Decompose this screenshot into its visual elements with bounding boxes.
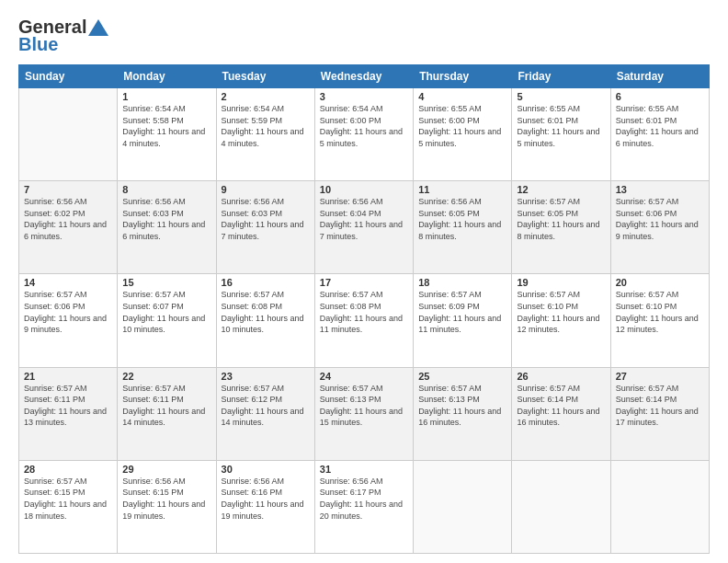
day-info: Sunrise: 6:57 AM Sunset: 6:07 PM Dayligh… [122, 289, 210, 335]
day-number: 11 [418, 184, 506, 195]
day-number: 13 [616, 184, 704, 195]
day-number: 26 [517, 371, 605, 382]
day-info: Sunrise: 6:54 AM Sunset: 5:59 PM Dayligh… [222, 103, 310, 149]
day-number: 14 [24, 277, 112, 288]
calendar-cell: 21Sunrise: 6:57 AM Sunset: 6:11 PM Dayli… [19, 367, 118, 460]
day-info: Sunrise: 6:57 AM Sunset: 6:10 PM Dayligh… [616, 289, 704, 335]
calendar-cell: 30Sunrise: 6:56 AM Sunset: 6:16 PM Dayli… [216, 460, 314, 553]
day-number: 18 [418, 277, 506, 288]
calendar-table: SundayMondayTuesdayWednesdayThursdayFrid… [18, 64, 710, 554]
day-number: 21 [24, 371, 112, 382]
calendar-cell: 29Sunrise: 6:56 AM Sunset: 6:15 PM Dayli… [118, 460, 216, 553]
day-info: Sunrise: 6:57 AM Sunset: 6:05 PM Dayligh… [517, 196, 605, 242]
calendar-cell: 5Sunrise: 6:55 AM Sunset: 6:01 PM Daylig… [512, 88, 610, 181]
day-info: Sunrise: 6:57 AM Sunset: 6:06 PM Dayligh… [616, 196, 704, 242]
week-row-2: 7Sunrise: 6:56 AM Sunset: 6:02 PM Daylig… [19, 181, 710, 274]
day-header-monday: Monday [118, 65, 216, 88]
day-number: 16 [222, 277, 310, 288]
calendar-cell: 10Sunrise: 6:56 AM Sunset: 6:04 PM Dayli… [314, 181, 413, 274]
calendar-cell: 25Sunrise: 6:57 AM Sunset: 6:13 PM Dayli… [414, 367, 512, 460]
day-info: Sunrise: 6:57 AM Sunset: 6:06 PM Dayligh… [24, 289, 112, 335]
day-info: Sunrise: 6:57 AM Sunset: 6:10 PM Dayligh… [517, 289, 605, 335]
day-number: 5 [517, 91, 605, 102]
calendar-cell: 15Sunrise: 6:57 AM Sunset: 6:07 PM Dayli… [118, 274, 216, 367]
day-info: Sunrise: 6:56 AM Sunset: 6:05 PM Dayligh… [418, 196, 506, 242]
calendar-cell: 28Sunrise: 6:57 AM Sunset: 6:15 PM Dayli… [19, 460, 118, 553]
calendar-cell: 13Sunrise: 6:57 AM Sunset: 6:06 PM Dayli… [610, 181, 709, 274]
calendar-cell: 11Sunrise: 6:56 AM Sunset: 6:05 PM Dayli… [414, 181, 512, 274]
day-number: 2 [222, 91, 310, 102]
day-header-tuesday: Tuesday [216, 65, 314, 88]
day-info: Sunrise: 6:56 AM Sunset: 6:15 PM Dayligh… [122, 476, 210, 522]
day-header-thursday: Thursday [414, 65, 512, 88]
day-header-sunday: Sunday [19, 65, 118, 88]
week-row-3: 14Sunrise: 6:57 AM Sunset: 6:06 PM Dayli… [19, 274, 710, 367]
calendar-cell [610, 460, 709, 553]
day-info: Sunrise: 6:56 AM Sunset: 6:03 PM Dayligh… [122, 196, 210, 242]
logo-icon [88, 19, 108, 36]
calendar-cell: 23Sunrise: 6:57 AM Sunset: 6:12 PM Dayli… [216, 367, 314, 460]
day-number: 7 [24, 184, 112, 195]
day-number: 10 [320, 184, 408, 195]
day-info: Sunrise: 6:55 AM Sunset: 6:01 PM Dayligh… [517, 103, 605, 149]
day-header-friday: Friday [512, 65, 610, 88]
day-number: 17 [320, 277, 408, 288]
calendar-cell [512, 460, 610, 553]
calendar-cell: 8Sunrise: 6:56 AM Sunset: 6:03 PM Daylig… [118, 181, 216, 274]
day-info: Sunrise: 6:57 AM Sunset: 6:12 PM Dayligh… [222, 383, 310, 429]
day-number: 24 [320, 371, 408, 382]
day-number: 1 [122, 91, 210, 102]
day-info: Sunrise: 6:57 AM Sunset: 6:14 PM Dayligh… [517, 383, 605, 429]
day-number: 30 [222, 464, 310, 475]
calendar-cell [19, 88, 118, 181]
day-info: Sunrise: 6:57 AM Sunset: 6:14 PM Dayligh… [616, 383, 704, 429]
day-number: 25 [418, 371, 506, 382]
day-info: Sunrise: 6:56 AM Sunset: 6:03 PM Dayligh… [222, 196, 310, 242]
day-number: 3 [320, 91, 408, 102]
calendar-cell: 12Sunrise: 6:57 AM Sunset: 6:05 PM Dayli… [512, 181, 610, 274]
calendar-cell: 31Sunrise: 6:56 AM Sunset: 6:17 PM Dayli… [314, 460, 413, 553]
day-number: 19 [517, 277, 605, 288]
logo: General Blue [18, 17, 108, 55]
day-number: 15 [122, 277, 210, 288]
calendar-cell: 14Sunrise: 6:57 AM Sunset: 6:06 PM Dayli… [19, 274, 118, 367]
day-header-saturday: Saturday [610, 65, 709, 88]
day-info: Sunrise: 6:54 AM Sunset: 5:58 PM Dayligh… [122, 103, 210, 149]
calendar-cell: 22Sunrise: 6:57 AM Sunset: 6:11 PM Dayli… [118, 367, 216, 460]
day-info: Sunrise: 6:55 AM Sunset: 6:01 PM Dayligh… [616, 103, 704, 149]
day-info: Sunrise: 6:56 AM Sunset: 6:04 PM Dayligh… [320, 196, 408, 242]
day-number: 8 [122, 184, 210, 195]
calendar-cell: 27Sunrise: 6:57 AM Sunset: 6:14 PM Dayli… [610, 367, 709, 460]
day-info: Sunrise: 6:57 AM Sunset: 6:08 PM Dayligh… [320, 289, 408, 335]
calendar-cell: 20Sunrise: 6:57 AM Sunset: 6:10 PM Dayli… [610, 274, 709, 367]
day-header-wednesday: Wednesday [314, 65, 413, 88]
calendar-cell: 18Sunrise: 6:57 AM Sunset: 6:09 PM Dayli… [414, 274, 512, 367]
day-number: 12 [517, 184, 605, 195]
header-row: SundayMondayTuesdayWednesdayThursdayFrid… [19, 65, 710, 88]
week-row-5: 28Sunrise: 6:57 AM Sunset: 6:15 PM Dayli… [19, 460, 710, 553]
day-info: Sunrise: 6:57 AM Sunset: 6:09 PM Dayligh… [418, 289, 506, 335]
calendar-cell: 7Sunrise: 6:56 AM Sunset: 6:02 PM Daylig… [19, 181, 118, 274]
calendar-cell: 24Sunrise: 6:57 AM Sunset: 6:13 PM Dayli… [314, 367, 413, 460]
day-info: Sunrise: 6:56 AM Sunset: 6:16 PM Dayligh… [222, 476, 310, 522]
svg-marker-0 [88, 19, 108, 36]
calendar-cell: 3Sunrise: 6:54 AM Sunset: 6:00 PM Daylig… [314, 88, 413, 181]
logo-blue: Blue [18, 34, 58, 55]
day-info: Sunrise: 6:54 AM Sunset: 6:00 PM Dayligh… [320, 103, 408, 149]
week-row-1: 1Sunrise: 6:54 AM Sunset: 5:58 PM Daylig… [19, 88, 710, 181]
day-info: Sunrise: 6:56 AM Sunset: 6:02 PM Dayligh… [24, 196, 112, 242]
calendar-cell [414, 460, 512, 553]
day-info: Sunrise: 6:57 AM Sunset: 6:15 PM Dayligh… [24, 476, 112, 522]
calendar-cell: 4Sunrise: 6:55 AM Sunset: 6:00 PM Daylig… [414, 88, 512, 181]
calendar-cell: 9Sunrise: 6:56 AM Sunset: 6:03 PM Daylig… [216, 181, 314, 274]
day-info: Sunrise: 6:57 AM Sunset: 6:13 PM Dayligh… [320, 383, 408, 429]
calendar-cell: 16Sunrise: 6:57 AM Sunset: 6:08 PM Dayli… [216, 274, 314, 367]
day-info: Sunrise: 6:56 AM Sunset: 6:17 PM Dayligh… [320, 476, 408, 522]
week-row-4: 21Sunrise: 6:57 AM Sunset: 6:11 PM Dayli… [19, 367, 710, 460]
day-info: Sunrise: 6:57 AM Sunset: 6:11 PM Dayligh… [24, 383, 112, 429]
calendar-cell: 26Sunrise: 6:57 AM Sunset: 6:14 PM Dayli… [512, 367, 610, 460]
day-number: 23 [222, 371, 310, 382]
day-info: Sunrise: 6:55 AM Sunset: 6:00 PM Dayligh… [418, 103, 506, 149]
page: General Blue SundayMondayTuesdayWednesda… [0, 0, 728, 563]
day-number: 31 [320, 464, 408, 475]
